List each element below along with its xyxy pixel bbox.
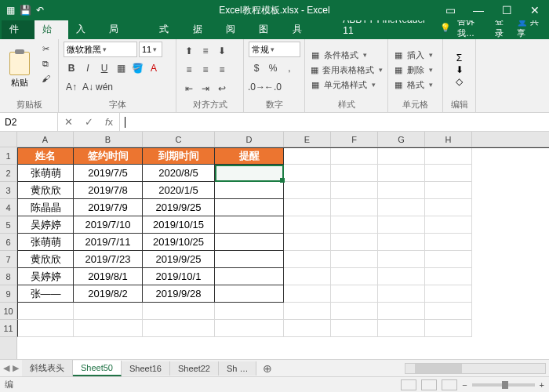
- undo-icon[interactable]: ↶: [36, 5, 44, 16]
- table-cell[interactable]: 吴婷婷: [17, 216, 74, 234]
- cells-area[interactable]: 姓名签约时间到期时间提醒张萌萌2019/7/52020/8/5黄欣欣2019/7…: [17, 147, 549, 337]
- table-cell[interactable]: 2019/7/10: [74, 216, 143, 234]
- row-header-6[interactable]: 6: [0, 234, 16, 251]
- table-cell[interactable]: 2019/9/25: [143, 251, 215, 268]
- table-cell[interactable]: [378, 182, 425, 199]
- paste-button[interactable]: 粘贴: [5, 42, 35, 98]
- align-mid-icon[interactable]: ≡: [198, 43, 213, 59]
- table-cell[interactable]: [215, 251, 284, 268]
- align-left-icon[interactable]: ≡: [181, 62, 197, 78]
- table-cell[interactable]: [284, 303, 331, 320]
- table-header-cell[interactable]: [331, 148, 378, 165]
- row-header-9[interactable]: 9: [0, 285, 16, 303]
- table-cell[interactable]: [74, 303, 143, 320]
- row-header-5[interactable]: 5: [0, 216, 16, 234]
- italic-button[interactable]: I: [80, 60, 96, 76]
- sheet-tab-4[interactable]: Sheet22: [170, 361, 219, 376]
- sheet-tab-5[interactable]: Sh …: [219, 361, 257, 376]
- table-cell[interactable]: [215, 182, 284, 199]
- table-cell[interactable]: [215, 165, 284, 182]
- add-sheet-icon[interactable]: ⊕: [256, 362, 278, 375]
- table-cell[interactable]: 陈晶晶: [17, 199, 74, 216]
- row-header-10[interactable]: 10: [0, 303, 16, 320]
- table-cell[interactable]: [331, 268, 378, 285]
- formula-input[interactable]: [120, 113, 549, 131]
- col-header-F[interactable]: F: [331, 132, 378, 147]
- indent-dec-icon[interactable]: ⇤: [181, 81, 197, 96]
- minimize-icon[interactable]: —: [464, 0, 493, 20]
- table-cell[interactable]: [378, 303, 425, 320]
- table-cell[interactable]: [331, 165, 378, 182]
- align-top-icon[interactable]: ⬆: [181, 43, 197, 59]
- zoom-slider[interactable]: [472, 383, 535, 387]
- fill-icon[interactable]: ⬇: [456, 64, 464, 75]
- col-header-H[interactable]: H: [425, 132, 472, 147]
- name-box[interactable]: D2: [0, 113, 58, 131]
- table-cell[interactable]: 2019/7/8: [74, 182, 143, 199]
- table-header-cell[interactable]: [425, 148, 472, 165]
- table-cell[interactable]: [331, 216, 378, 234]
- tab-scroll-right-icon[interactable]: ▶: [13, 363, 19, 373]
- normal-view-icon[interactable]: [401, 379, 416, 390]
- table-cell[interactable]: [425, 303, 472, 320]
- row-header-7[interactable]: 7: [0, 251, 16, 268]
- font-size-combo[interactable]: 11: [139, 42, 162, 57]
- shrink-font-button[interactable]: A↓: [80, 79, 96, 95]
- table-cell[interactable]: [215, 199, 284, 216]
- table-cell[interactable]: [425, 182, 472, 199]
- wrap-icon[interactable]: ↩: [214, 81, 230, 96]
- table-cell[interactable]: 黄欣欣: [17, 251, 74, 268]
- table-cell[interactable]: [425, 285, 472, 303]
- inc-decimal-icon[interactable]: .0→: [249, 79, 264, 95]
- table-cell[interactable]: [215, 285, 284, 303]
- table-cell[interactable]: [378, 320, 425, 337]
- tab-scroll-left-icon[interactable]: ◀: [3, 363, 9, 373]
- table-cell[interactable]: [378, 234, 425, 251]
- table-header-cell[interactable]: 签约时间: [74, 148, 143, 165]
- table-cell[interactable]: [215, 234, 284, 251]
- border-button[interactable]: ▦: [113, 60, 129, 76]
- font-name-combo[interactable]: 微软雅黑: [64, 42, 137, 57]
- select-all-corner[interactable]: [0, 132, 16, 147]
- underline-button[interactable]: U: [96, 60, 112, 76]
- table-cell[interactable]: 2019/7/5: [74, 165, 143, 182]
- table-cell[interactable]: [284, 320, 331, 337]
- table-header-cell[interactable]: 提醒: [215, 148, 284, 165]
- align-bot-icon[interactable]: ⬇: [214, 43, 230, 59]
- table-cell[interactable]: [74, 320, 143, 337]
- format-painter-icon[interactable]: 🖌: [38, 71, 53, 85]
- format-cells-button[interactable]: ▦格式: [393, 78, 438, 92]
- table-cell[interactable]: [215, 320, 284, 337]
- number-format-combo[interactable]: 常规: [249, 42, 300, 57]
- table-cell[interactable]: [378, 268, 425, 285]
- table-cell[interactable]: [331, 303, 378, 320]
- table-cell[interactable]: [17, 320, 74, 337]
- col-header-G[interactable]: G: [378, 132, 425, 147]
- cancel-fx-icon[interactable]: ✕: [58, 116, 78, 128]
- enter-fx-icon[interactable]: ✓: [78, 116, 99, 128]
- close-icon[interactable]: ✕: [521, 0, 549, 20]
- cond-format-button[interactable]: ▦条件格式: [310, 48, 383, 62]
- table-cell[interactable]: [215, 303, 284, 320]
- table-cell[interactable]: 黄欣欣: [17, 182, 74, 199]
- bold-button[interactable]: B: [64, 60, 79, 76]
- zoom-in-icon[interactable]: +: [540, 380, 544, 390]
- percent-icon[interactable]: %: [265, 60, 281, 76]
- table-cell[interactable]: [284, 216, 331, 234]
- ribbon-opts-icon[interactable]: ▭: [436, 0, 464, 20]
- comma-icon[interactable]: ,: [282, 60, 297, 76]
- cut-icon[interactable]: ✂: [38, 42, 53, 56]
- table-cell[interactable]: 2020/1/5: [143, 182, 215, 199]
- table-cell[interactable]: [143, 303, 215, 320]
- table-cell[interactable]: [284, 182, 331, 199]
- table-cell[interactable]: 张——: [17, 285, 74, 303]
- currency-icon[interactable]: $: [249, 60, 264, 76]
- row-header-11[interactable]: 11: [0, 320, 16, 337]
- table-cell[interactable]: 2020/8/5: [143, 165, 215, 182]
- table-cell[interactable]: [425, 251, 472, 268]
- table-cell[interactable]: 2019/7/9: [74, 199, 143, 216]
- table-cell[interactable]: [425, 268, 472, 285]
- table-cell[interactable]: [284, 199, 331, 216]
- table-cell[interactable]: [284, 234, 331, 251]
- align-center-icon[interactable]: ≡: [198, 62, 213, 78]
